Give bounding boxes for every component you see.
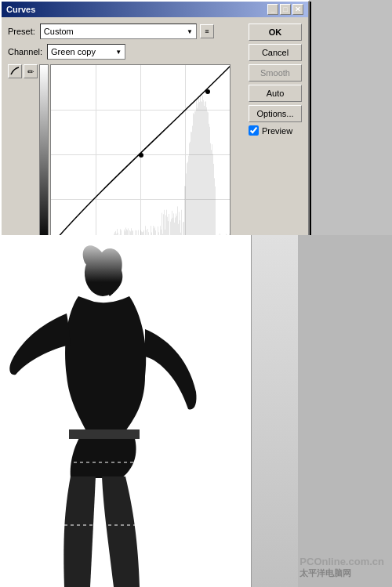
watermark-line1: PCOnline.com.cn [299, 556, 384, 567]
close-button[interactable]: ✕ [292, 4, 303, 15]
preset-options-button[interactable]: ≡ [200, 24, 214, 38]
right-panel-gradient [251, 235, 298, 587]
pencil-tool-button[interactable]: ✏ [24, 64, 38, 78]
channel-dropdown[interactable]: Green copy ▼ [47, 44, 125, 60]
curves-graph[interactable] [50, 64, 230, 245]
silhouette-canvas [0, 235, 251, 587]
channel-dropdown-arrow: ▼ [115, 49, 122, 56]
cancel-button[interactable]: Cancel [249, 44, 302, 61]
preset-label: Preset: [8, 27, 35, 36]
watermark: PCOnline.com.cn 太平洋电脑网 [299, 556, 384, 579]
title-bar-buttons: _ □ ✕ [267, 4, 303, 15]
curve-tool-button[interactable] [8, 64, 22, 78]
tool-row: ✏ [8, 64, 38, 78]
preset-dropdown[interactable]: Custom ▼ [40, 24, 197, 39]
maximize-button[interactable]: □ [280, 4, 291, 15]
gradient-bar-left [39, 64, 49, 245]
minimize-button[interactable]: _ [267, 4, 278, 15]
preset-value: Custom [44, 27, 74, 36]
watermark-line2: 太平洋电脑网 [299, 567, 384, 579]
channel-value: Green copy [51, 47, 96, 56]
image-area [0, 235, 251, 587]
preset-dropdown-arrow: ▼ [187, 28, 193, 35]
dialog-title: Curves [6, 5, 35, 14]
right-panel [251, 235, 392, 587]
title-bar: Curves _ □ ✕ [2, 2, 308, 17]
ok-button[interactable]: OK [249, 24, 302, 41]
curves-canvas[interactable] [51, 65, 230, 245]
channel-label: Channel: [8, 47, 42, 56]
